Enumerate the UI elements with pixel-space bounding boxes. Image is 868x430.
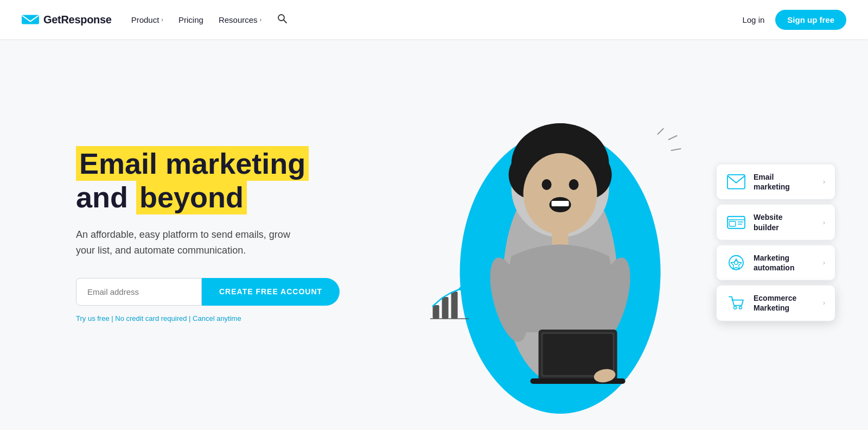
- svg-line-2: [284, 20, 286, 23]
- feature-cards: Emailmarketing › Websitebuilder ›: [716, 164, 835, 321]
- feature-card-email-label: Emailmarketing: [754, 172, 790, 192]
- logo-icon: [22, 14, 39, 26]
- person-illustration: [457, 104, 663, 408]
- nav-product[interactable]: Product ›: [131, 15, 163, 24]
- hero-content: Email marketing and beyond An affordable…: [76, 147, 340, 322]
- hero-section: Email marketing and beyond An affordable…: [0, 39, 868, 430]
- chevron-icon-2: ›: [260, 16, 262, 23]
- nav-links: Product › Pricing Resources ›: [131, 13, 288, 27]
- signup-button[interactable]: Sign up free: [775, 10, 846, 30]
- svg-rect-32: [727, 216, 745, 228]
- navbar-right: Log in Sign up free: [742, 10, 846, 30]
- svg-line-28: [658, 129, 663, 134]
- svg-rect-24: [442, 297, 449, 319]
- svg-point-26: [459, 287, 462, 290]
- cta-button[interactable]: CREATE FREE ACCOUNT: [202, 278, 340, 306]
- chart-decoration: [430, 283, 474, 321]
- chevron-right-icon-3: ›: [823, 259, 825, 267]
- chevron-right-icon: ›: [823, 178, 825, 186]
- chevron-icon: ›: [161, 16, 163, 23]
- svg-rect-14: [552, 201, 569, 206]
- svg-rect-23: [433, 305, 439, 319]
- navbar-left: GetResponse Product › Pricing Resources …: [22, 13, 288, 27]
- feature-card-ecommerce[interactable]: EcommerceMarketing ›: [716, 285, 835, 321]
- svg-point-11: [542, 179, 552, 190]
- login-button[interactable]: Log in: [742, 15, 764, 24]
- nav-resources[interactable]: Resources ›: [219, 15, 261, 24]
- svg-line-29: [669, 136, 677, 140]
- nav-pricing[interactable]: Pricing: [178, 15, 203, 24]
- navbar: GetResponse Product › Pricing Resources …: [0, 0, 868, 39]
- svg-point-40: [734, 307, 737, 309]
- marketing-automation-icon: [726, 253, 746, 273]
- chevron-right-icon-4: ›: [823, 299, 825, 307]
- svg-rect-15: [552, 228, 569, 247]
- svg-point-12: [569, 179, 579, 190]
- feature-card-automation-label: Marketingautomation: [754, 252, 794, 272]
- title-highlight-2: beyond: [136, 180, 247, 214]
- feature-card-website-label: Websitebuilder: [754, 212, 782, 232]
- svg-rect-25: [451, 292, 458, 319]
- feature-card-email-marketing[interactable]: Emailmarketing ›: [716, 164, 835, 200]
- logo-text: GetResponse: [43, 14, 112, 26]
- logo[interactable]: GetResponse: [22, 14, 112, 26]
- title-highlight-1: Email marketing: [76, 146, 309, 181]
- ecommerce-icon: [726, 293, 746, 313]
- search-icon[interactable]: [277, 13, 288, 27]
- email-input[interactable]: [76, 278, 202, 306]
- feature-card-ecommerce-label: EcommerceMarketing: [754, 293, 796, 313]
- svg-point-41: [739, 307, 742, 309]
- svg-rect-20: [543, 334, 613, 375]
- svg-rect-31: [727, 175, 745, 189]
- hero-right: Emailmarketing › Websitebuilder ›: [340, 72, 835, 397]
- hero-title: Email marketing and beyond: [76, 147, 340, 214]
- website-builder-icon: [726, 212, 746, 232]
- signup-form: CREATE FREE ACCOUNT: [76, 278, 340, 306]
- feature-card-website-builder[interactable]: Websitebuilder ›: [716, 204, 835, 240]
- feature-card-marketing-automation[interactable]: Marketingautomation ›: [716, 244, 835, 280]
- svg-point-39: [735, 261, 738, 264]
- svg-rect-0: [22, 15, 39, 24]
- svg-line-30: [672, 149, 681, 150]
- svg-rect-34: [729, 221, 736, 226]
- hero-subtitle: An affordable, easy platform to send ema…: [76, 227, 304, 258]
- email-marketing-icon: [726, 172, 746, 192]
- spark-lines: [642, 126, 685, 169]
- svg-point-10: [524, 153, 597, 235]
- chevron-right-icon-2: ›: [823, 218, 825, 226]
- svg-point-1: [278, 15, 284, 21]
- form-note: Try us free | No credit card required | …: [76, 314, 340, 322]
